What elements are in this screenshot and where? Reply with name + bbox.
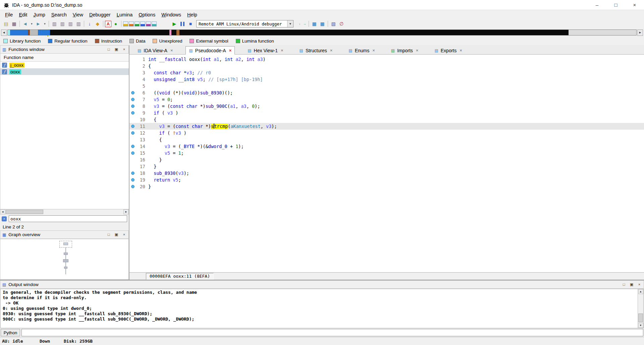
output-window-close-button[interactable]: × [637,282,642,287]
tab-exports[interactable]: ▤Exports× [431,46,465,55]
code-line-3[interactable]: 3 const char *v3; // r0 [129,69,644,76]
segment-icon-2[interactable] [129,21,134,26]
function-list[interactable]: ƒj_ooxxƒooxx [0,62,129,209]
tab-close-icon[interactable]: × [229,48,232,53]
code-line-20[interactable]: 20} [129,183,644,190]
function-filter-input[interactable] [9,215,127,222]
chevron-down-icon[interactable]: ▼ [287,20,293,27]
breakpoint-gutter[interactable] [129,110,136,116]
output-window-float-button[interactable]: ▣ [629,282,634,287]
save-icon[interactable]: ▦ [10,20,18,27]
breakpoint-gutter[interactable] [129,83,136,89]
document-icon-3[interactable]: ▥ [67,20,74,27]
breakpoint-gutter[interactable] [129,89,136,96]
navigate-forward-icon[interactable]: ► [35,20,42,27]
menu-item-search[interactable]: Search [48,11,70,18]
functions-window-close-button[interactable]: × [122,47,126,52]
graph-overview-float-button[interactable]: ▣ [114,232,119,237]
scroll-right-arrow[interactable]: ► [123,209,129,214]
scroll-left-arrow[interactable]: ◄ [0,209,5,214]
scrollbar-thumb[interactable] [6,210,43,214]
functions-window-float-button[interactable]: ▣ [114,47,119,52]
python-console-input[interactable] [21,329,643,336]
breakpoint-gutter[interactable] [129,116,136,123]
breakpoint-dot[interactable] [131,185,135,188]
new-file-icon[interactable]: ▤ [2,20,10,27]
menu-item-options[interactable]: Options [136,11,158,18]
segment-icon-4[interactable] [140,21,145,26]
breakpoint-dot[interactable] [131,145,135,148]
output-window-maximize-button[interactable]: □ [622,282,626,287]
function-name-column-header[interactable]: Function name [0,54,129,62]
graph-overview-maximize-button[interactable]: □ [106,232,111,237]
breakpoint-gutter[interactable] [129,69,136,76]
breakpoint-gutter[interactable] [129,76,136,83]
breakpoint-gutter[interactable] [129,63,136,69]
code-line-1[interactable]: 1int __fastcall ooxx(int a1, int a2, int… [129,56,644,63]
code-line-10[interactable]: 10 { [129,116,644,123]
menu-item-jump[interactable]: Jump [30,11,48,18]
tab-close-icon[interactable]: × [281,48,283,53]
breakpoint-dot[interactable] [131,171,135,175]
tab-hex-view-1[interactable]: ▤Hex View-1× [244,46,286,55]
code-line-19[interactable]: 19 return v5; [129,177,644,183]
run-icon[interactable]: ▶ [171,20,178,27]
tab-imports[interactable]: ▤Imports× [388,46,422,55]
breakpoint-gutter[interactable] [129,183,136,190]
step-over-icon[interactable]: → [303,20,307,27]
pause-icon[interactable] [179,20,186,27]
forward-history-icon[interactable]: ▾ [43,20,47,27]
debugger-selector[interactable]: Remote ARM Linux/Android debugger▼ [196,20,293,27]
tab-close-icon[interactable]: × [372,48,375,53]
pseudocode-view[interactable]: 1int __fastcall ooxx(int a1, int a2, int… [129,55,644,272]
ascii-strings-icon[interactable]: A [105,21,111,27]
tab-close-icon[interactable]: × [330,48,333,53]
code-line-11[interactable]: 11 v3 = (const char *)strcmp(aKanxuetest… [129,123,644,130]
breakpoint-gutter[interactable] [129,136,136,143]
menu-item-lumina[interactable]: Lumina [114,11,136,18]
code-line-12[interactable]: 12 if ( !v3 ) [129,130,644,136]
segment-icon-1[interactable] [123,21,128,26]
minimize-button[interactable]: – [588,0,606,10]
watches-icon[interactable]: ▦ [319,20,326,27]
tab-close-icon[interactable]: × [170,48,173,53]
menu-item-view[interactable]: View [70,11,86,18]
functions-horizontal-scrollbar[interactable]: ◄ ► [0,209,129,214]
modules-icon[interactable]: ▧ [330,20,337,27]
menu-item-edit[interactable]: Edit [16,11,30,18]
code-line-17[interactable]: 17 } [129,163,644,170]
code-line-7[interactable]: 7 v5 = 0; [129,96,644,103]
breakpoint-gutter[interactable] [129,150,136,156]
enabled-icon[interactable]: ● [112,20,119,27]
document-icon-1[interactable]: ▥ [51,20,58,27]
navband-scroll-left-button[interactable]: ◄ [1,29,7,36]
breakpoint-gutter[interactable] [129,156,136,163]
maximize-button[interactable]: □ [606,0,625,10]
segment-icon-5[interactable] [146,21,151,26]
menu-item-debugger[interactable]: Debugger [86,11,114,18]
breakpoint-dot[interactable] [131,151,135,155]
breakpoint-gutter[interactable] [129,123,136,130]
breakpoint-dot[interactable] [131,91,135,94]
code-line-15[interactable]: 15 v5 = 1; [129,150,644,156]
code-line-6[interactable]: 6 ((void (*)(void))sub_8930)(); [129,89,644,96]
document-icon-2[interactable]: ▥ [59,20,66,27]
menu-item-help[interactable]: Help [184,11,200,18]
breakpoint-gutter[interactable] [129,103,136,110]
clear-filter-icon[interactable]: × [2,216,7,221]
graph-overview-canvas[interactable] [0,239,129,280]
segment-icon-6[interactable] [152,21,157,26]
breakpoint-dot[interactable] [131,125,135,128]
scrollbar-thumb[interactable] [638,314,643,322]
code-line-4[interactable]: 4 unsigned __int8 v5; // [sp+17h] [bp-19… [129,76,644,83]
code-line-18[interactable]: 18 sub_8930(v3); [129,170,644,177]
bookmark-icon[interactable]: ◆ [94,20,101,27]
tab-close-icon[interactable]: × [416,48,419,53]
stop-icon[interactable]: ■ [187,20,194,27]
segment-icon-3[interactable] [135,21,140,26]
breakpoint-dot[interactable] [131,111,135,115]
breakpoint-gutter[interactable] [129,143,136,150]
breakpoint-gutter[interactable] [129,56,136,63]
navigate-back-icon[interactable]: ◄ [21,20,29,27]
navigation-band[interactable] [7,29,637,36]
